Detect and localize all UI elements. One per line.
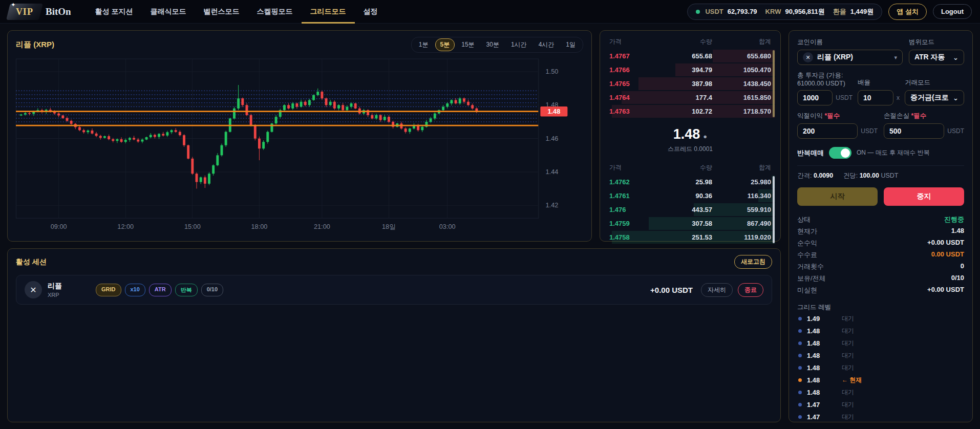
take-profit-input[interactable]: 200 [797,123,858,139]
orderbook-row[interactable]: 1.4767655.68655.680 [605,49,775,63]
repeat-trade-toggle[interactable] [829,147,851,159]
level-status: 대기 [842,327,854,335]
session-row[interactable]: ✕ 리플 XRP GRIDx10ATR반복0/10 +0.00 USDT 자세히… [16,275,772,305]
orderbook-asks: 1.4767655.68655.6801.4766394.791050.4701… [605,49,775,118]
status-label: 순수익 [797,239,817,248]
timeframe-1분[interactable]: 1분 [414,38,434,51]
timeframe-group: 1분5분15분30분1시간4시간1일 [411,37,583,53]
order-price: 1.4765 [609,80,653,88]
status-row: 거래횟수0 [797,261,964,272]
badge-x10: x10 [125,284,145,296]
chevron-down-icon: ⌄ [953,94,958,102]
svg-text:15:00: 15:00 [184,223,201,230]
grid-level-row: 1.47대기 [797,399,964,410]
candlestick-chart[interactable]: 1.501.481.461.441.4209:0012:0015:0018:00… [16,58,583,236]
orderbook-row[interactable]: 1.4759307.58867.490 [605,217,775,230]
grid-level-row: 1.48대기 [797,362,964,373]
session-badges: GRIDx10ATR반복0/10 [96,284,223,296]
nav-item-설정[interactable]: 설정 [355,0,387,24]
per-order-value: 100.00 [860,172,879,179]
badge-0/10: 0/10 [201,284,223,296]
timeframe-15분[interactable]: 15분 [456,38,479,51]
level-status: 대기 [842,400,854,409]
level-dot-icon [798,378,802,382]
timeframe-5분[interactable]: 5분 [435,38,455,51]
order-qty: 387.98 [653,80,712,88]
scrollbar-thumb[interactable] [773,176,775,243]
orderbook-bids: 1.476225.9825.9801.476190.36116.3401.476… [605,175,775,244]
order-total: 116.340 [712,192,771,200]
orderbook-mid: 1.48● 스프레드 0.0001 [605,120,775,159]
detail-button[interactable]: 자세히 [701,283,733,297]
level-price: 1.47 [807,401,835,409]
orderbook-row[interactable]: 1.4765387.981438.450 [605,77,775,91]
range-mode-select[interactable]: ATR 자동 ⌄ [909,50,964,65]
orderbook-row[interactable]: 1.4764177.41615.850 [605,91,775,104]
level-dot-icon [798,366,802,370]
level-status: 대기 [842,339,854,348]
badge-반복: 반복 [175,284,198,296]
grid-level-row: 1.48대기 [797,337,964,349]
divider [797,165,964,166]
order-total: 867.490 [712,220,771,227]
vip-badge: ✦ VIP [6,4,43,20]
close-session-button[interactable]: 종료 [738,283,763,297]
nav-item-벨런스모드[interactable]: 벨런스모드 [195,0,248,24]
nav-item-스켈핑모드[interactable]: 스켈핑모드 [248,0,302,24]
gap-value: 0.0090 [814,172,833,179]
investment-input[interactable]: 1000 [797,90,833,105]
coin-select[interactable]: ✕ 리플 (XRP) ▾ [797,50,903,65]
orderbook-row[interactable]: 1.4766394.791050.470 [605,63,775,77]
level-dot-icon [798,415,802,419]
install-app-button[interactable]: 앱 설치 [888,4,927,20]
orderbook-row[interactable]: 1.476443.57559.910 [605,203,775,217]
level-price: 1.48 [807,352,835,359]
nav-item-클래식모드[interactable]: 클래식모드 [142,0,195,24]
level-price: 1.48 [807,339,835,347]
stop-button[interactable]: 중지 [884,187,964,206]
sparkle-icon: ✦ [11,2,15,8]
orderbook-row[interactable]: 1.4763102.721718.570 [605,104,775,118]
timeframe-4시간[interactable]: 4시간 [534,38,560,51]
level-price: 1.47 [807,413,835,421]
level-price: 1.48 [807,364,835,372]
trade-mode-select[interactable]: 증거금(크로 ⌄ [905,90,964,105]
order-qty: 443.57 [653,206,712,213]
investment-suffix: USDT [836,94,853,101]
order-total: 655.680 [712,52,771,60]
status-value: 진행중 [944,215,964,224]
grid-level-row: 1.48← 현재 [797,374,964,385]
level-dot-icon [798,391,802,394]
level-price: 1.48 [807,327,835,335]
status-row: 현재가1.48 [797,225,964,237]
orderbook-col-header: 가격 [609,37,653,46]
svg-text:18일: 18일 [382,223,396,230]
grid-controls-panel: 코인이름 ✕ 리플 (XRP) ▾ 범위모드 ATR 자동 ⌄ 총 투자금 (가… [789,30,973,422]
scrollbar-thumb[interactable] [773,50,775,117]
status-row: 보유/전체0/10 [797,272,964,284]
start-button[interactable]: 시작 [797,187,878,206]
timeframe-1시간[interactable]: 1시간 [506,38,532,51]
repeat-trade-label: 반복매매 [797,148,824,158]
required-mark: *필수 [911,112,926,119]
status-label: 수수료 [797,250,817,260]
leverage-input[interactable]: 10 [858,90,893,105]
timeframe-1일[interactable]: 1일 [561,38,581,51]
svg-text:09:00: 09:00 [51,223,67,230]
orderbook-row[interactable]: 1.476225.9825.980 [605,175,775,189]
timeframe-30분[interactable]: 30분 [481,38,504,51]
session-coin-symbol: XRP [48,292,62,298]
order-price: 1.4762 [609,178,653,186]
orderbook-row[interactable]: 1.476190.36116.340 [605,189,775,203]
logout-button[interactable]: Logout [933,4,972,19]
svg-text:03:00: 03:00 [439,223,456,230]
status-row: 순수익+0.00 USDT [797,237,964,249]
status-value: 1.48 [951,227,964,236]
order-price: 1.476 [609,206,653,213]
nav-item-활성 포지션[interactable]: 활성 포지션 [87,0,142,24]
order-qty: 655.68 [653,52,712,60]
nav-item-그리드모드[interactable]: 그리드모드 [302,0,355,24]
refresh-button[interactable]: 새로고침 [734,255,772,269]
orderbook-row[interactable]: 1.4758251.531119.020 [605,230,775,244]
stop-loss-input[interactable]: 500 [884,123,944,139]
